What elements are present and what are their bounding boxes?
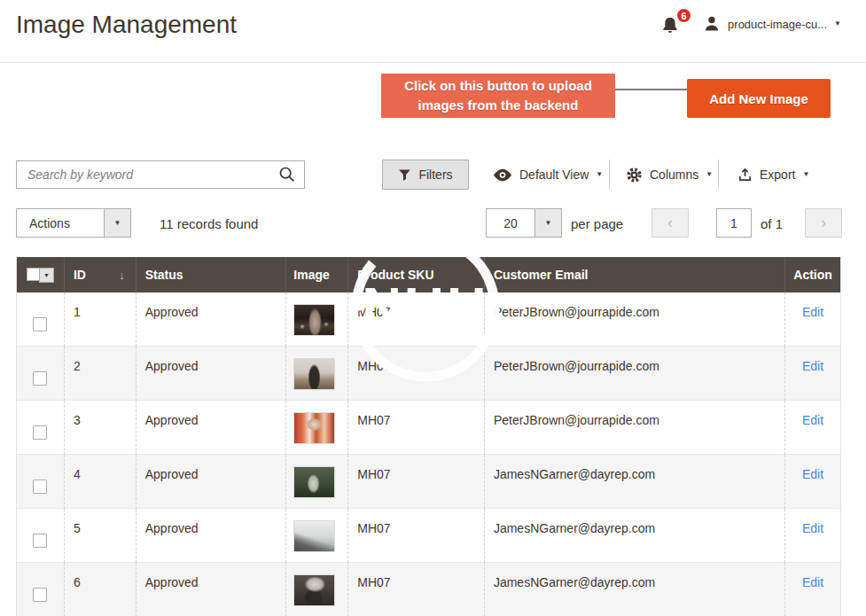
row-email: JamesNGarner@dayrep.com: [484, 509, 784, 563]
row-thumbnail: [293, 466, 335, 498]
row-sku: MH07: [347, 347, 484, 401]
select-all-checkbox[interactable]: [27, 268, 40, 281]
column-header-id[interactable]: ID ↓: [64, 257, 136, 292]
row-checkbox[interactable]: [33, 534, 47, 548]
edit-link[interactable]: Edit: [802, 359, 823, 373]
next-page-button[interactable]: ›: [805, 208, 842, 238]
columns-control[interactable]: Columns ▼: [626, 162, 713, 187]
column-header-image[interactable]: Image: [285, 257, 347, 292]
edit-link[interactable]: Edit: [802, 467, 823, 481]
row-email: PeterJBrown@jourrapide.com: [484, 347, 784, 401]
row-checkbox[interactable]: [33, 588, 47, 602]
chevron-down-icon: ▼: [802, 171, 809, 178]
notification-badge: 6: [675, 7, 692, 24]
add-new-image-button[interactable]: Add New Image: [687, 79, 831, 118]
row-email: PeterJBrown@jourrapide.com: [484, 292, 784, 347]
search-icon[interactable]: [277, 165, 297, 184]
row-id: 2: [64, 347, 136, 401]
per-page-dropdown[interactable]: 20 ▼: [486, 208, 562, 238]
row-id: 4: [64, 455, 136, 509]
row-status: Approved: [136, 563, 286, 616]
edit-link[interactable]: Edit: [802, 305, 823, 319]
row-status: Approved: [136, 509, 286, 563]
account-username: product-image-cu...: [728, 18, 827, 31]
row-sku: MH07: [347, 401, 484, 455]
filters-button[interactable]: Filters: [382, 160, 469, 190]
row-sku: MH07: [347, 455, 484, 509]
table-row: 4 Approved MH07 JamesNGarner@dayrep.com …: [17, 455, 840, 509]
previous-page-button[interactable]: ‹: [651, 208, 689, 238]
records-found-count: 11 records found: [160, 216, 258, 231]
row-email: JamesNGarner@dayrep.com: [484, 455, 784, 509]
column-header-sku[interactable]: Product SKU: [347, 257, 484, 292]
callout-connector-line: [615, 89, 687, 90]
current-page-input[interactable]: [716, 208, 752, 238]
table-row: 3 Approved MH07 PeterJBrown@jourrapide.c…: [17, 401, 840, 455]
export-icon: [737, 168, 753, 183]
account-menu[interactable]: product-image-cu... ▼: [703, 15, 841, 33]
sort-descending-icon: ↓: [119, 269, 125, 282]
view-label: Default View: [519, 168, 589, 182]
edit-link[interactable]: Edit: [802, 521, 823, 535]
actions-dropdown-value: Actions: [17, 209, 104, 237]
select-all-cell: ▼: [17, 257, 64, 292]
table-row: 6 Approved MH07 JamesNGarner@dayrep.com …: [17, 563, 840, 616]
grid-header-row: ▼ ID ↓ Status Image Product SKU Customer…: [17, 257, 840, 292]
chevron-down-icon: ▼: [104, 209, 130, 237]
upload-hint-callout: Click on this button to upload images fr…: [381, 74, 615, 118]
row-checkbox[interactable]: [33, 480, 47, 494]
row-id: 6: [64, 563, 136, 616]
per-page-value: 20: [487, 209, 534, 237]
export-label: Export: [760, 168, 795, 182]
row-checkbox[interactable]: [33, 425, 47, 440]
edit-link[interactable]: Edit: [802, 413, 823, 427]
chevron-down-icon: ▼: [834, 20, 841, 27]
chevron-down-icon: ▼: [706, 171, 713, 178]
row-thumbnail: [293, 412, 335, 444]
row-email: JamesNGarner@dayrep.com: [484, 563, 784, 616]
total-pages-label: of 1: [761, 216, 783, 231]
row-checkbox[interactable]: [33, 371, 47, 386]
row-thumbnail: [293, 520, 335, 552]
row-id: 5: [64, 509, 136, 563]
row-id: 3: [64, 401, 136, 455]
select-all-dropdown[interactable]: ▼: [27, 268, 54, 283]
row-thumbnail: [293, 574, 335, 606]
filter-funnel-icon: [398, 168, 411, 182]
export-control[interactable]: Export ▼: [737, 162, 809, 187]
row-thumbnail: [293, 358, 335, 390]
table-row: 5 Approved MH07 JamesNGarner@dayrep.com …: [17, 509, 840, 563]
page-title: Image Management: [16, 11, 237, 39]
toolbar-divider: [609, 160, 610, 190]
row-status: Approved: [136, 455, 286, 509]
edit-link[interactable]: Edit: [802, 575, 823, 589]
filters-label: Filters: [418, 168, 452, 182]
table-row: 2 Approved MH07 PeterJBrown@jourrapide.c…: [17, 347, 840, 401]
toolbar-divider: [718, 160, 719, 190]
user-icon: [703, 15, 721, 33]
column-header-email[interactable]: Customer Email: [484, 257, 784, 292]
column-header-status[interactable]: Status: [136, 257, 286, 292]
header-actions: 6 product-image-cu... ▼: [660, 11, 841, 37]
chevron-down-icon: ▼: [596, 171, 603, 178]
search-input[interactable]: [16, 160, 305, 189]
row-checkbox[interactable]: [33, 317, 47, 331]
row-sku: MH07: [347, 563, 484, 616]
header-divider: [0, 62, 866, 63]
row-status: Approved: [136, 401, 286, 455]
per-page-label: per page: [571, 216, 623, 231]
chevron-down-icon: ▼: [534, 209, 561, 237]
row-thumbnail: [293, 304, 335, 336]
columns-label: Columns: [650, 168, 698, 182]
row-sku: MH07: [347, 292, 484, 347]
row-status: Approved: [136, 292, 286, 347]
image-management-page: Image Management 6 product-image-cu... ▼…: [0, 0, 866, 616]
gear-icon: [626, 167, 643, 183]
view-switcher[interactable]: Default View ▼: [493, 162, 603, 187]
chevron-down-icon: ▼: [39, 268, 54, 283]
image-grid: ▼ ID ↓ Status Image Product SKU Customer…: [16, 257, 841, 616]
column-header-action: Action: [784, 257, 840, 292]
notifications-button[interactable]: 6: [660, 11, 687, 37]
actions-dropdown[interactable]: Actions ▼: [16, 208, 131, 238]
row-sku: MH07: [347, 509, 484, 563]
